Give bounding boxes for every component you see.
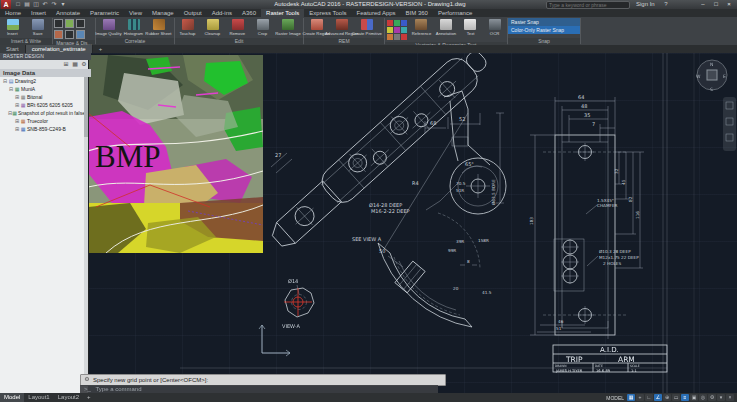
tab-parametric[interactable]: Parametric [85,9,124,17]
tab-insert[interactable]: Insert [26,9,51,17]
grid-view-icon[interactable]: ▦ [71,61,79,68]
drawing-canvas[interactable]: BMP [88,53,737,393]
undo-icon[interactable]: ↶ [41,1,49,8]
save-image-button[interactable]: Save [25,18,50,36]
tab-annotate[interactable]: Annotate [51,9,85,17]
remove-button[interactable]: Remove [225,18,250,36]
transparency-toggle-icon[interactable]: ▣ [690,394,698,401]
signin-button[interactable]: Sign In [636,1,655,7]
create-primitive-button[interactable]: Create Primitive [354,18,379,36]
navigation-bar[interactable] [723,97,736,151]
redo-icon[interactable]: ↷ [50,1,58,8]
annotation-button[interactable]: Annotation [434,18,459,36]
dynamic-input-toggle-icon[interactable]: ≡ [681,394,689,401]
reference-button[interactable]: Reference [409,18,434,36]
layout2-tab[interactable]: Layout2 [54,393,83,402]
color-grid[interactable] [387,20,407,40]
app-menu-button[interactable]: A [1,0,11,9]
compass-w[interactable]: W [696,74,701,79]
compass-e[interactable]: E [723,74,726,79]
ortho-toggle-icon[interactable]: ∟ [645,394,653,401]
layout1-tab[interactable]: Layout1 [24,393,53,402]
panel-insert-write[interactable]: Insert & Write [0,38,52,45]
grid-toggle-icon[interactable]: ▦ [627,394,635,401]
model-space-label[interactable]: MODEL [606,395,624,401]
compass-n[interactable]: N [710,62,713,67]
tree-item-truecolor[interactable]: ⊞ ▦ Truecolor [0,117,84,125]
close-button[interactable]: × [723,0,735,9]
tab-raster-tools[interactable]: Raster Tools [261,9,304,17]
new-layout-button[interactable]: + [83,393,95,402]
help-icon[interactable]: ? [662,1,670,8]
toggle-checkbox[interactable] [76,30,85,39]
touchup-button[interactable]: Touchup [175,18,200,36]
display-toggle-cluster[interactable] [53,17,93,40]
snap-cursor[interactable] [284,288,312,316]
text-button[interactable]: Text [458,18,483,36]
panel-edit[interactable]: Edit [175,38,303,45]
scrollbar-thumb[interactable] [84,77,88,137]
tree-item-snb[interactable]: ⊞ ▦ SNB-859-C249-B [0,125,84,133]
tab-view[interactable]: View [124,9,147,17]
tab-output[interactable]: Output [179,9,207,17]
minimize-button[interactable]: – [697,0,709,9]
cleanup-button[interactable]: Cleanup [200,18,225,36]
tab-performance[interactable]: Performance [433,9,477,17]
insert-button[interactable]: Insert [0,18,25,36]
isolate-objects-icon[interactable]: × [726,394,734,401]
crop-button[interactable]: Crop [250,18,275,36]
open-icon[interactable]: ▤ [23,1,31,8]
rubber-sheet-button[interactable]: Rubber Sheet [146,18,171,36]
image-quality-button[interactable]: Image Quality [96,18,121,36]
tree-item-snapshot[interactable]: ⊟ ▦ Snapshot of plot result in false cop… [0,109,84,117]
file-tab-start[interactable]: Start [0,45,26,53]
histogram-button[interactable]: Histogram [121,18,146,36]
tree-item-drawing[interactable]: ⊟ ▤ Drawing2 [0,77,84,85]
maximize-button[interactable]: □ [710,0,722,9]
tree-item-correlation[interactable]: ⊞ ▦ BRt 6205 6205 6205 [0,101,84,109]
tree-item-bitonal[interactable]: ⊞ ▦ Bitonal [0,93,84,101]
new-drawing-tab-button[interactable]: + [93,45,109,53]
ocr-button[interactable]: OCR [483,18,508,36]
panel-rem[interactable]: REM [304,38,384,45]
tab-bim360[interactable]: BIM 360 [401,9,433,17]
lineweight-toggle-icon[interactable]: ▭ [672,394,680,401]
new-icon[interactable]: □ [14,1,22,8]
settings-icon[interactable]: ⚙ [80,61,88,68]
tab-featured-apps[interactable]: Featured Apps [352,9,401,17]
tab-express-tools[interactable]: Express Tools [304,9,351,17]
status-dropdown-icon[interactable]: ▾ [717,394,725,401]
color-only-snap-toggle[interactable]: Color-Only Raster Snap [508,26,580,34]
link-icon[interactable]: ⊞ [62,61,70,68]
model-tab[interactable]: Model [0,393,24,402]
panel-snap[interactable]: Snap [508,38,580,45]
image-data-header[interactable]: Image Data [0,69,91,77]
command-customize-icon[interactable]: ⚙ [82,374,92,384]
snap-toggle-icon[interactable]: + [636,394,644,401]
viewcube-compass[interactable]: N W E S [696,60,727,92]
search-input[interactable] [546,1,630,9]
tab-a360[interactable]: A360 [237,9,261,17]
tab-manage[interactable]: Manage [147,9,179,17]
tree-item-image[interactable]: ⊟ ▦ MuniA [0,85,84,93]
tab-addins[interactable]: Add-ins [207,9,237,17]
raster-image-button[interactable]: Raster Image [275,18,300,36]
panel-correlate[interactable]: Correlate [96,38,174,45]
workspace-gear-icon[interactable]: ⚙ [708,394,716,401]
toggle-checkbox[interactable] [65,19,74,28]
toggle-checkbox[interactable] [54,19,63,28]
tab-home[interactable]: Home [0,9,26,17]
compass-s[interactable]: S [710,87,713,92]
raster-snap-toggle[interactable]: Raster Snap [508,18,580,26]
palette-title[interactable]: RASTER DESIGN [0,53,91,60]
file-tab-drawing[interactable]: correlation_estimate [26,45,93,53]
toggle-checkbox[interactable] [76,19,85,28]
osnap-toggle-icon[interactable]: ⊕ [663,394,671,401]
save-icon[interactable]: ◫ [32,1,40,8]
selection-cycling-icon[interactable]: ◎ [699,394,707,401]
polar-toggle-icon[interactable]: ∠ [654,394,662,401]
qat-dropdown-icon[interactable]: ▾ [59,1,67,8]
toggle-checkbox[interactable] [54,30,63,39]
advanced-region-button[interactable]: Advanced Region [329,18,354,36]
command-input[interactable]: >_ Type a command [80,385,438,393]
